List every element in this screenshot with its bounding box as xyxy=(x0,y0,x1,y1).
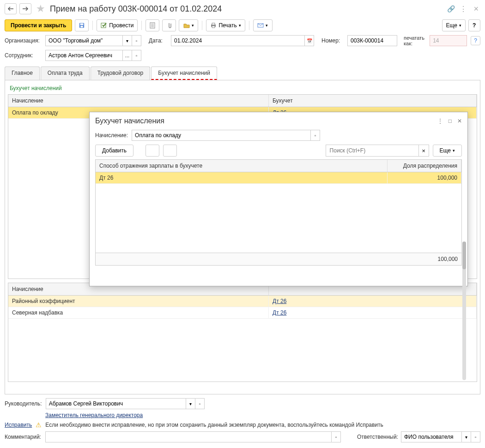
col-accrual: Начисление xyxy=(8,95,269,107)
dialog-title: Бухучет начисления xyxy=(95,117,437,125)
close-icon[interactable]: × xyxy=(472,4,480,14)
printas-help[interactable]: ? xyxy=(471,36,480,45)
cell-accrual: Северная надбавка xyxy=(8,307,269,318)
separator xyxy=(202,21,202,30)
org-input[interactable] xyxy=(46,36,122,46)
col-account: Бухучет xyxy=(269,95,477,107)
separator xyxy=(249,21,249,30)
open-icon[interactable]: ▫ xyxy=(310,130,320,140)
tab-payment[interactable]: Оплата труда xyxy=(41,67,90,80)
post-button[interactable]: Провести xyxy=(97,19,138,31)
mail-button[interactable]: ▾ xyxy=(253,19,273,31)
window-title: Прием на работу 003К-000014 от 01.02.202… xyxy=(50,4,444,14)
emp-label: Сотрудник: xyxy=(5,52,42,59)
num-input[interactable] xyxy=(348,36,397,46)
svg-rect-1 xyxy=(80,24,84,25)
separator xyxy=(92,21,93,30)
open-icon[interactable]: ▫ xyxy=(132,36,141,46)
manager-label: Руководитель: xyxy=(5,400,42,407)
more-label: Еще xyxy=(440,147,451,154)
print-label: Печать xyxy=(218,22,236,29)
resp-label: Ответственный: xyxy=(357,434,398,440)
cell-accrual: Районный коэффициент xyxy=(8,296,269,307)
emp-input[interactable] xyxy=(46,50,122,61)
dialog-accrual-input[interactable] xyxy=(132,130,310,140)
cell-share: 100,000 xyxy=(388,172,461,183)
org-label: Организация: xyxy=(5,37,42,44)
post-label: Провести xyxy=(109,22,133,29)
manager-input[interactable] xyxy=(46,399,186,409)
move-up-button[interactable] xyxy=(146,145,159,157)
separator xyxy=(141,21,142,30)
date-input[interactable] xyxy=(171,36,304,46)
section-title: Бухучет начислений xyxy=(8,83,477,94)
post-and-close-button[interactable]: Провести и закрыть xyxy=(5,19,72,31)
open-icon[interactable]: ▫ xyxy=(471,432,480,442)
comment-input[interactable] xyxy=(46,432,331,442)
date-label: Дата: xyxy=(149,37,167,44)
star-icon[interactable]: ★ xyxy=(36,3,45,15)
calendar-icon[interactable]: 📅 xyxy=(304,36,314,46)
footer-spacer xyxy=(96,253,388,265)
dropdown-icon[interactable]: ▾ xyxy=(186,399,195,409)
tab-contract[interactable]: Трудовой договор xyxy=(91,67,150,80)
add-button[interactable]: Добавить xyxy=(95,145,133,157)
tab-main[interactable]: Главное xyxy=(5,67,40,80)
svg-rect-9 xyxy=(212,23,215,25)
dropdown-icon[interactable]: ▾ xyxy=(122,36,132,46)
folder-button[interactable]: ▾ xyxy=(179,19,198,31)
svg-rect-10 xyxy=(212,26,215,28)
warning-icon: ⚠ xyxy=(36,421,42,429)
more-button[interactable]: Еще ▾ xyxy=(442,19,466,31)
close-icon[interactable]: ✕ xyxy=(457,118,462,124)
table-row[interactable]: Северная надбавка Дт 26 xyxy=(8,307,477,319)
table-row[interactable]: Дт 26 100,000 xyxy=(96,172,461,184)
cell-account-link[interactable]: Дт 26 xyxy=(273,298,286,304)
nav-forward-button[interactable] xyxy=(19,3,31,14)
position-link[interactable]: Заместитель генерального директора xyxy=(45,412,143,418)
maximize-icon[interactable]: □ xyxy=(449,118,452,124)
open-icon[interactable]: ▫ xyxy=(331,432,340,442)
menu-dots-icon[interactable]: ⋮ xyxy=(437,118,443,124)
select-icon[interactable]: … xyxy=(122,50,132,61)
dialog-col-share: Доля распределения xyxy=(388,160,461,172)
open-icon[interactable]: ▫ xyxy=(195,399,204,409)
svg-rect-2 xyxy=(81,26,83,27)
scrollbar[interactable] xyxy=(462,242,466,380)
clear-search-icon[interactable]: × xyxy=(418,145,429,156)
document-button[interactable] xyxy=(146,19,159,31)
move-down-button[interactable] xyxy=(163,145,177,157)
fix-link[interactable]: Исправить xyxy=(5,422,32,428)
accounting-dialog: Бухучет начисления ⋮ □ ✕ Начисление: ▫ Д… xyxy=(89,112,468,286)
link-icon[interactable]: 🔗 xyxy=(447,5,455,12)
more-label: Еще xyxy=(446,22,457,29)
comment-label: Комментарий: xyxy=(5,434,42,440)
printas-value: 14 xyxy=(430,35,467,46)
help-button[interactable]: ? xyxy=(468,19,480,31)
search-input[interactable] xyxy=(326,145,418,156)
dialog-more-button[interactable]: Еще ▾ xyxy=(433,145,462,157)
tab-accounting[interactable]: Бухучет начислений xyxy=(151,67,217,80)
save-button[interactable] xyxy=(75,19,89,31)
nav-back-button[interactable] xyxy=(5,3,17,14)
num-label: Номер: xyxy=(321,37,344,44)
printas-label: печатать как: xyxy=(404,35,426,46)
print-button[interactable]: Печать ▾ xyxy=(206,19,245,31)
cell-method: Дт 26 xyxy=(96,172,388,183)
dialog-col-method: Способ отражения зарплаты в бухучете xyxy=(96,160,388,172)
dialog-accrual-label: Начисление: xyxy=(95,132,128,139)
resp-input[interactable] xyxy=(401,432,461,442)
open-icon[interactable]: ▫ xyxy=(132,50,141,61)
dropdown-icon[interactable]: ▾ xyxy=(461,432,471,442)
fix-text: Если необходимо внести исправление, но п… xyxy=(45,422,383,428)
table-row[interactable]: Районный коэффициент Дт 26 xyxy=(8,296,477,307)
cell-account-link[interactable]: Дт 26 xyxy=(273,309,286,316)
menu-dots-icon[interactable]: ⋮ xyxy=(460,5,467,13)
footer-total: 100,000 xyxy=(388,253,461,265)
attach-button[interactable] xyxy=(162,19,176,31)
